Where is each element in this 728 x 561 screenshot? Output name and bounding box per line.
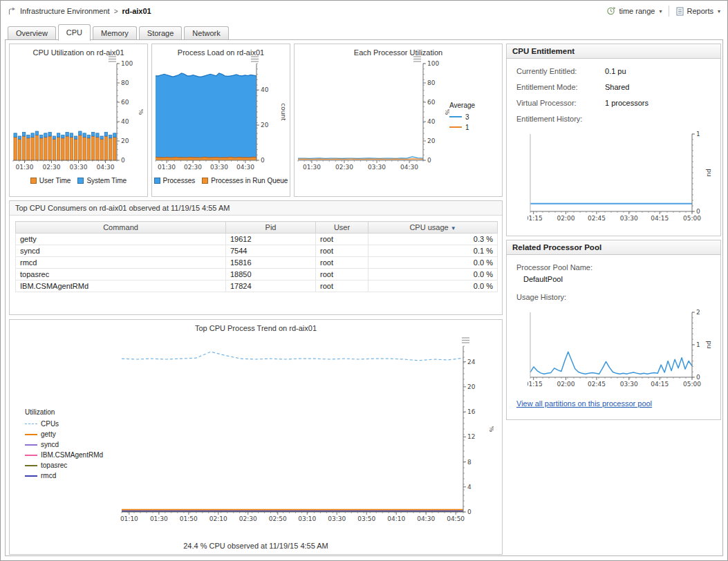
panel-title: Top CPU Consumers on rd-aix01 observed a… [10, 201, 502, 216]
table-cell: root [316, 245, 368, 257]
usage-history-chart[interactable]: 01:1502:0002:4503:3004:1505:00012pu [528, 307, 711, 391]
legend-swatch [25, 424, 37, 424]
table-cell: IBM.CSMAgentRMd [16, 280, 226, 292]
column-header-cpu-usage[interactable]: CPU usage▼ [368, 222, 498, 234]
tab-network[interactable]: Network [184, 26, 228, 39]
svg-text:40: 40 [261, 86, 269, 93]
svg-text:8: 8 [467, 459, 472, 466]
panel-title: Related Processor Pool [507, 240, 720, 255]
table-cell: root [316, 257, 368, 269]
monitoring-dashboard: Infrastructure Environment > rd-aix01 ti… [0, 0, 728, 561]
cpu-process-trend-chart[interactable]: 01:1001:3001:5002:1002:3002:5003:1003:30… [112, 339, 494, 527]
each-processor-panel: Each Processor Utilization 01:3002:3003:… [294, 44, 503, 197]
svg-text:pu: pu [706, 169, 711, 176]
legend-swatch [202, 178, 208, 184]
field-label: Entitlement Mode: [516, 83, 605, 91]
field-value: Shared [605, 83, 629, 91]
legend-label: 3 [465, 113, 469, 121]
table-cell: 0.0 % [368, 257, 498, 269]
column-header-command[interactable]: Command [16, 222, 226, 234]
column-label: User [334, 223, 350, 231]
svg-text:60: 60 [427, 99, 436, 106]
table-row[interactable]: getty19612root0.3 % [16, 234, 498, 245]
tab-label: Storage [147, 29, 174, 37]
svg-text:05:00: 05:00 [683, 215, 701, 222]
report-icon [676, 7, 684, 16]
legend-swatch [449, 126, 462, 128]
svg-text:100: 100 [121, 60, 133, 67]
svg-text:02:30: 02:30 [43, 164, 61, 171]
field-label: Entitlement History: [516, 115, 711, 123]
legend-label: System Time [86, 177, 127, 184]
table-cell: topasrec [16, 269, 226, 280]
time-range-icon [606, 6, 616, 16]
svg-text:02:45: 02:45 [588, 215, 606, 222]
svg-text:03:30: 03:30 [70, 164, 88, 171]
tab-bar: Overview CPU Memory Storage Network [8, 24, 229, 41]
tab-cpu[interactable]: CPU [58, 24, 91, 41]
tab-overview[interactable]: Overview [8, 26, 56, 39]
svg-text:03:50: 03:50 [357, 515, 375, 522]
each-processor-chart[interactable]: 01:3002:3003:3004:30020406080100% [295, 58, 449, 174]
table-row[interactable]: IBM.CSMAgentRMd17824root0.0 % [16, 280, 498, 292]
svg-text:01:15: 01:15 [528, 381, 543, 388]
svg-text:05:00: 05:00 [683, 381, 701, 388]
cpu-utilization-panel: CPU Utilization on rd-aix01 01:3002:3003… [9, 44, 148, 197]
breadcrumb-link-infrastructure-environment[interactable]: Infrastructure Environment [20, 7, 110, 15]
table-row[interactable]: topasrec18850root0.0 % [16, 269, 498, 280]
svg-text:02:50: 02:50 [269, 515, 287, 522]
field-label: Processor Pool Name: [516, 263, 605, 272]
chart-options-icon[interactable] [108, 55, 117, 63]
legend-label: CPUs [41, 420, 59, 428]
svg-text:03:30: 03:30 [620, 215, 638, 222]
table-row[interactable]: syncd7544root0.1 % [16, 245, 498, 257]
chart-legend: Utilization CPUs getty syncd IBM.CSMAgen… [25, 408, 103, 482]
process-load-chart[interactable]: 01:3002:3003:3004:3002040count [152, 58, 286, 174]
svg-text:16: 16 [467, 408, 476, 415]
table-cell: 15816 [226, 257, 316, 269]
svg-text:04:30: 04:30 [97, 164, 115, 171]
column-header-pid[interactable]: Pid [226, 222, 316, 234]
time-range-control[interactable]: time range ▾ [606, 6, 662, 16]
chart-title: Process Load on rd-aix01 [152, 44, 290, 58]
svg-text:80: 80 [427, 79, 436, 86]
svg-text:01:30: 01:30 [16, 164, 34, 171]
legend-title: Average [449, 102, 498, 109]
tab-memory[interactable]: Memory [93, 26, 137, 39]
entitlement-history-chart[interactable]: 01:1502:0002:4503:3004:1505:0001pu [528, 129, 711, 225]
chart-title: CPU Utilization on rd-aix01 [10, 44, 147, 58]
legend-swatch [25, 465, 37, 466]
consumers-table: Command Pid User CPU usage▼ getty19612ro… [15, 221, 498, 292]
svg-text:02:10: 02:10 [209, 515, 227, 522]
field-value: 0.1 pu [605, 67, 626, 75]
legend-swatch [25, 475, 37, 477]
tab-label: CPU [66, 28, 82, 37]
svg-text:20: 20 [261, 122, 269, 129]
chart-options-icon[interactable] [413, 55, 422, 63]
dashboard-content: CPU Utilization on rd-aix01 01:3002:3003… [5, 39, 723, 556]
svg-text:0: 0 [427, 157, 431, 164]
svg-text:%: % [138, 109, 143, 115]
reports-label: Reports [687, 7, 713, 15]
legend-label: IBM.CSMAgentRMd [41, 451, 103, 459]
related-processor-pool-panel: Related Processor Pool Processor Pool Na… [506, 240, 721, 420]
chart-options-icon[interactable] [250, 55, 259, 63]
svg-text:01:50: 01:50 [180, 515, 198, 522]
table-cell: getty [16, 234, 226, 245]
svg-text:04:15: 04:15 [651, 381, 669, 388]
table-cell: 7544 [226, 245, 316, 257]
svg-text:01:10: 01:10 [120, 515, 138, 522]
column-header-user[interactable]: User [316, 222, 368, 234]
reports-menu[interactable]: Reports ▾ [676, 7, 720, 16]
table-cell: rmcd [16, 257, 226, 269]
svg-text:1: 1 [696, 131, 700, 137]
table-cell: 19612 [226, 234, 316, 245]
svg-text:04:15: 04:15 [651, 215, 669, 222]
view-partitions-link[interactable]: View all partitions on this processor po… [516, 399, 652, 408]
chart-title: Each Processor Utilization [295, 44, 502, 58]
tab-storage[interactable]: Storage [139, 26, 183, 39]
table-row[interactable]: rmcd15816root0.0 % [16, 257, 498, 269]
tab-label: Network [192, 29, 220, 37]
cpu-utilization-chart[interactable]: 01:3002:3003:3004:30020406080100% [10, 58, 143, 174]
chevron-down-icon: ▾ [659, 8, 662, 15]
